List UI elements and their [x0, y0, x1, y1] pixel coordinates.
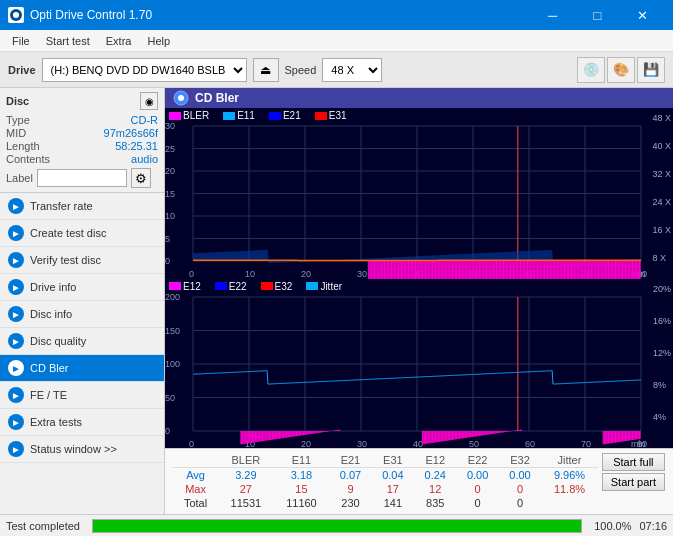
max-e12: 12: [414, 482, 456, 496]
start-buttons: Start full Start part: [602, 453, 665, 491]
disc-label-input[interactable]: [37, 169, 127, 187]
max-e21: 9: [329, 482, 371, 496]
bottom-chart: E12 E22 E32 Jitter 20% 16% 12% 8% 4%: [165, 279, 673, 449]
col-header-e31: E31: [372, 453, 414, 468]
content-area: CD Bler BLER E11 E21 E31 48 X 40 X 32 X: [165, 88, 673, 514]
speed-label-40x: 40 X: [652, 141, 671, 151]
disc-label-button[interactable]: ⚙: [131, 168, 151, 188]
col-header-e11: E11: [274, 453, 330, 468]
pct-8: 8%: [653, 380, 671, 390]
speed-label-8x: 8 X: [652, 253, 671, 263]
sidebar-item-disc-quality[interactable]: ► Disc quality: [0, 328, 164, 355]
disc-length-row: Length 58:25.31: [6, 140, 158, 152]
top-chart-canvas: [165, 108, 673, 279]
top-chart: BLER E11 E21 E31 48 X 40 X 32 X 24 X 16 …: [165, 108, 673, 279]
menu-extra[interactable]: Extra: [98, 33, 140, 49]
disc-type-row: Type CD-R: [6, 114, 158, 126]
drive-select[interactable]: (H:) BENQ DVD DD DW1640 BSLB: [42, 58, 247, 82]
chart-header: CD Bler: [165, 88, 673, 108]
drivebar: Drive (H:) BENQ DVD DD DW1640 BSLB ⏏ Spe…: [0, 52, 673, 88]
drive-label: Drive: [8, 64, 36, 76]
sidebar-item-create-test-disc[interactable]: ► Create test disc: [0, 220, 164, 247]
cd-bler-label: CD Bler: [30, 362, 69, 374]
col-header-jitter: Jitter: [541, 453, 598, 468]
menu-start-test[interactable]: Start test: [38, 33, 98, 49]
sidebar-item-fe-te[interactable]: ► FE / TE: [0, 382, 164, 409]
col-header-bler: BLER: [218, 453, 274, 468]
minimize-button[interactable]: ─: [530, 0, 575, 30]
sidebar-item-cd-bler[interactable]: ► CD Bler: [0, 355, 164, 382]
disc-mid-value: 97m26s66f: [104, 127, 158, 139]
total-e32: 0: [499, 496, 541, 510]
save-button[interactable]: 💾: [637, 57, 665, 83]
avg-e32: 0.00: [499, 468, 541, 483]
col-header-e12: E12: [414, 453, 456, 468]
disc-button[interactable]: 💿: [577, 57, 605, 83]
disc-type-label: Type: [6, 114, 30, 126]
chart-icon: [173, 90, 189, 106]
close-button[interactable]: ✕: [620, 0, 665, 30]
color-button[interactable]: 🎨: [607, 57, 635, 83]
titlebar-left: Opti Drive Control 1.70: [8, 7, 152, 23]
disc-contents-value: audio: [131, 153, 158, 165]
disc-info-button[interactable]: ◉: [140, 92, 158, 110]
avg-bler: 3.29: [218, 468, 274, 483]
sidebar-item-status-window[interactable]: ► Status window >>: [0, 436, 164, 463]
start-full-button[interactable]: Start full: [602, 453, 665, 471]
sidebar-item-extra-tests[interactable]: ► Extra tests: [0, 409, 164, 436]
disc-quality-icon: ►: [8, 333, 24, 349]
bottom-legend: E12 E22 E32 Jitter: [169, 281, 348, 292]
status-window-label: Status window >>: [30, 443, 117, 455]
fe-te-icon: ►: [8, 387, 24, 403]
create-test-disc-icon: ►: [8, 225, 24, 241]
transfer-rate-icon: ►: [8, 198, 24, 214]
stats-row-max: Max 27 15 9 17 12 0 0 11.8%: [173, 482, 598, 496]
disc-contents-row: Contents audio: [6, 153, 158, 165]
bottom-right-axis: 20% 16% 12% 8% 4%: [653, 284, 671, 422]
total-label: Total: [173, 496, 218, 510]
legend-e22: E22: [215, 281, 247, 292]
verify-test-disc-icon: ►: [8, 252, 24, 268]
max-e31: 17: [372, 482, 414, 496]
disc-title: Disc: [6, 95, 29, 107]
stats-area: BLER E11 E21 E31 E12 E22 E32 Jitter Avg: [165, 448, 673, 514]
legend-bler: BLER: [169, 110, 209, 121]
titlebar: Opti Drive Control 1.70 ─ □ ✕: [0, 0, 673, 30]
legend-e32-color: [261, 282, 273, 290]
sidebar-item-disc-info[interactable]: ► Disc info: [0, 301, 164, 328]
drive-info-icon: ►: [8, 279, 24, 295]
disc-mid-row: MID 97m26s66f: [6, 127, 158, 139]
max-jitter: 11.8%: [541, 482, 598, 496]
disc-length-value: 58:25.31: [115, 140, 158, 152]
maximize-button[interactable]: □: [575, 0, 620, 30]
sidebar-item-transfer-rate[interactable]: ► Transfer rate: [0, 193, 164, 220]
disc-quality-label: Disc quality: [30, 335, 86, 347]
menu-file[interactable]: File: [4, 33, 38, 49]
menu-help[interactable]: Help: [139, 33, 178, 49]
disc-type-value: CD-R: [131, 114, 159, 126]
charts-container: BLER E11 E21 E31 48 X 40 X 32 X 24 X 16 …: [165, 108, 673, 448]
extra-tests-label: Extra tests: [30, 416, 82, 428]
total-bler: 11531: [218, 496, 274, 510]
disc-panel: Disc ◉ Type CD-R MID 97m26s66f Length 58…: [0, 88, 164, 193]
speed-select[interactable]: 48 XMax40 X32 X: [322, 58, 382, 82]
app-title: Opti Drive Control 1.70: [30, 8, 152, 22]
start-part-button[interactable]: Start part: [602, 473, 665, 491]
sidebar-item-drive-info[interactable]: ► Drive info: [0, 274, 164, 301]
progress-bar-container: [92, 519, 582, 533]
pct-4: 4%: [653, 412, 671, 422]
statusbar: Test completed 100.0% 07:16: [0, 514, 673, 536]
svg-point-1: [13, 12, 19, 18]
avg-e22: 0.00: [456, 468, 498, 483]
disc-info-label: Disc info: [30, 308, 72, 320]
disc-label-label: Label: [6, 172, 33, 184]
pct-12: 12%: [653, 348, 671, 358]
cd-bler-icon: ►: [8, 360, 24, 376]
status-window-icon: ►: [8, 441, 24, 457]
max-e32: 0: [499, 482, 541, 496]
eject-button[interactable]: ⏏: [253, 58, 279, 82]
speed-label-16x: 16 X: [652, 225, 671, 235]
sidebar-item-verify-test-disc[interactable]: ► Verify test disc: [0, 247, 164, 274]
legend-bler-color: [169, 112, 181, 120]
drive-action-buttons: 💿 🎨 💾: [577, 57, 665, 83]
